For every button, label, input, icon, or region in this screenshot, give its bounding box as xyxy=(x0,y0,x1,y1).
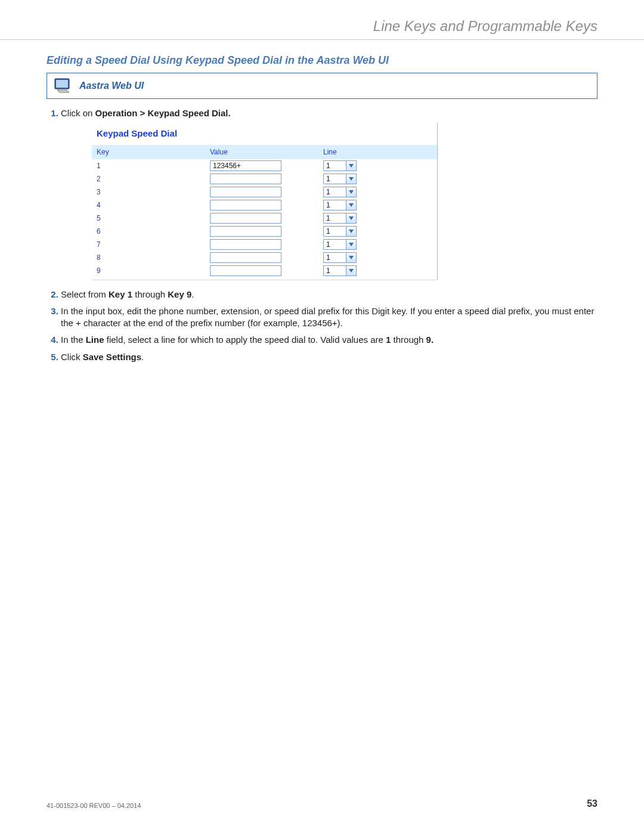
table-row: 21 xyxy=(92,172,437,185)
chevron-down-icon[interactable] xyxy=(346,226,357,237)
line-cell: 1 xyxy=(318,212,437,225)
key-cell: 9 xyxy=(92,264,205,277)
col-header-line: Line xyxy=(318,145,437,159)
line-cell: 1 xyxy=(318,225,437,238)
line-select[interactable]: 1 xyxy=(323,200,357,210)
key-cell: 3 xyxy=(92,185,205,199)
step-text: Click on xyxy=(61,108,95,118)
line-cell: 1 xyxy=(318,264,437,277)
chevron-down-icon[interactable] xyxy=(346,187,357,197)
value-ref: 9. xyxy=(426,335,434,345)
line-select[interactable]: 1 xyxy=(323,226,357,237)
line-select[interactable]: 1 xyxy=(323,187,357,197)
chevron-down-icon[interactable] xyxy=(346,174,357,184)
line-cell: 1 xyxy=(318,185,437,199)
step-text: . xyxy=(141,352,144,362)
key-ref: Key 1 xyxy=(109,289,132,299)
steps-list: Click on Operation > Keypad Speed Dial. … xyxy=(47,107,597,363)
line-select-value: 1 xyxy=(323,239,346,250)
value-cell xyxy=(205,172,318,185)
key-cell: 4 xyxy=(92,199,205,212)
value-cell xyxy=(205,212,318,225)
line-cell: 1 xyxy=(318,172,437,185)
col-header-key: Key xyxy=(92,145,205,159)
value-input[interactable] xyxy=(210,187,281,197)
field-ref: Line xyxy=(86,335,104,345)
step-text: In the xyxy=(61,335,86,345)
step-4: In the Line field, select a line for whi… xyxy=(61,334,597,346)
line-select[interactable]: 1 xyxy=(323,239,357,250)
value-input[interactable] xyxy=(210,213,281,224)
step-text: Click xyxy=(61,352,83,362)
line-cell: 1 xyxy=(318,159,437,172)
key-cell: 7 xyxy=(92,238,205,251)
table-row: 81 xyxy=(92,251,437,264)
value-input[interactable] xyxy=(210,239,281,250)
line-select[interactable]: 1 xyxy=(323,160,357,171)
chevron-down-icon[interactable] xyxy=(346,213,357,224)
page-number: 53 xyxy=(587,798,597,809)
chevron-down-icon[interactable] xyxy=(346,265,357,276)
line-select-value: 1 xyxy=(323,265,346,276)
panel-title: Keypad Speed Dial xyxy=(92,126,437,144)
table-row: 41 xyxy=(92,199,437,212)
table-row: 31 xyxy=(92,185,437,199)
breadcrumb-title: Line Keys and Programmable Keys xyxy=(47,18,597,35)
key-ref: Key 9 xyxy=(168,289,191,299)
header-rule xyxy=(0,39,644,40)
step-text: field, select a line for which to apply … xyxy=(104,335,386,345)
svg-rect-1 xyxy=(56,80,68,88)
line-select[interactable]: 1 xyxy=(323,265,357,276)
value-input[interactable] xyxy=(210,226,281,237)
value-cell xyxy=(205,264,318,277)
step-text: In the input box, edit the phone number,… xyxy=(61,306,594,328)
key-cell: 5 xyxy=(92,212,205,225)
step-5: Click Save Settings. xyxy=(61,351,597,363)
line-select-value: 1 xyxy=(323,200,346,210)
chevron-down-icon[interactable] xyxy=(346,200,357,210)
line-select[interactable]: 1 xyxy=(323,174,357,184)
value-cell xyxy=(205,159,318,172)
col-header-value: Value xyxy=(205,145,318,159)
line-select-value: 1 xyxy=(323,174,346,184)
step-text: through xyxy=(391,335,426,345)
keypad-table: Key Value Line 112131415161718191 xyxy=(92,145,437,277)
monitor-icon xyxy=(54,78,72,94)
step-1: Click on Operation > Keypad Speed Dial. … xyxy=(61,107,597,280)
ui-screenshot: Keypad Speed Dial Key Value Line 1121314… xyxy=(92,123,438,280)
button-ref: Save Settings xyxy=(83,352,141,362)
value-cell xyxy=(205,199,318,212)
value-input[interactable] xyxy=(210,200,281,210)
line-select-value: 1 xyxy=(323,187,346,197)
line-select-value: 1 xyxy=(323,252,346,263)
step-nav-path: Operation > Keypad Speed Dial. xyxy=(95,108,231,118)
line-select[interactable]: 1 xyxy=(323,213,357,224)
key-cell: 6 xyxy=(92,225,205,238)
callout-title: Aastra Web UI xyxy=(79,80,144,91)
page: Line Keys and Programmable Keys Editing … xyxy=(0,0,644,833)
value-cell xyxy=(205,238,318,251)
value-input[interactable] xyxy=(210,160,281,171)
table-row: 91 xyxy=(92,264,437,277)
section-heading: Editing a Speed Dial Using Keypad Speed … xyxy=(47,54,597,67)
table-row: 51 xyxy=(92,212,437,225)
chevron-down-icon[interactable] xyxy=(346,252,357,263)
value-input[interactable] xyxy=(210,174,281,184)
step-3: In the input box, edit the phone number,… xyxy=(61,305,597,330)
chevron-down-icon[interactable] xyxy=(346,160,357,171)
step-text: Select from xyxy=(61,289,109,299)
value-cell xyxy=(205,185,318,199)
line-select-value: 1 xyxy=(323,160,346,171)
value-input[interactable] xyxy=(210,265,281,276)
callout-box: Aastra Web UI xyxy=(47,73,597,99)
value-input[interactable] xyxy=(210,252,281,263)
key-cell: 1 xyxy=(92,159,205,172)
doc-reference: 41-001523-00 REV00 – 04.2014 xyxy=(47,802,141,809)
chevron-down-icon[interactable] xyxy=(346,239,357,250)
step-2: Select from Key 1 through Key 9. xyxy=(61,289,597,301)
key-cell: 2 xyxy=(92,172,205,185)
line-select[interactable]: 1 xyxy=(323,252,357,263)
table-row: 71 xyxy=(92,238,437,251)
line-cell: 1 xyxy=(318,199,437,212)
table-row: 11 xyxy=(92,159,437,172)
